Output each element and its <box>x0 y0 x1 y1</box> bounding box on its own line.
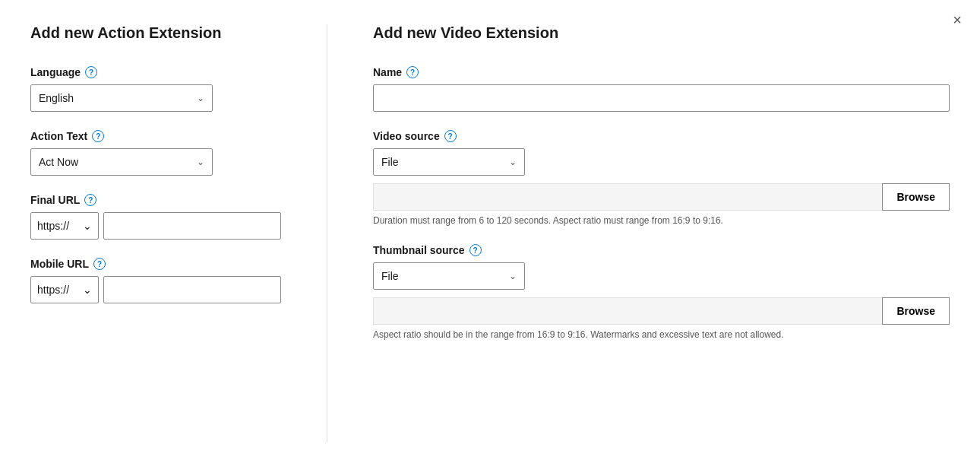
video-source-chevron-icon: ⌄ <box>509 157 517 167</box>
mobile-url-help-icon[interactable]: ? <box>93 258 106 270</box>
action-text-dropdown[interactable]: Act Now ⌄ <box>30 148 213 176</box>
right-panel-title: Add new Video Extension <box>373 24 950 42</box>
name-input[interactable] <box>373 84 950 112</box>
close-button[interactable]: × <box>953 12 962 27</box>
video-source-help-icon[interactable]: ? <box>444 130 457 142</box>
language-value: English <box>39 92 74 104</box>
modal-container: × Add new Action Extension Language ? En… <box>0 0 980 473</box>
video-browse-button[interactable]: Browse <box>882 183 950 211</box>
language-field-group: Language ? English ⌄ <box>30 66 281 112</box>
thumbnail-source-value: File <box>381 270 399 282</box>
left-panel-title: Add new Action Extension <box>30 24 281 42</box>
mobile-url-row: https:// ⌄ <box>30 276 281 303</box>
thumbnail-browse-button[interactable]: Browse <box>882 297 950 325</box>
action-text-chevron-icon: ⌄ <box>197 157 204 167</box>
mobile-url-protocol-value: https:// <box>37 284 69 296</box>
right-panel: Add new Video Extension Name ? Video sou… <box>327 24 950 443</box>
mobile-url-field-group: Mobile URL ? https:// ⌄ <box>30 258 281 303</box>
video-file-area <box>373 183 882 211</box>
final-url-input[interactable] <box>103 212 281 240</box>
action-text-help-icon[interactable]: ? <box>92 130 104 142</box>
final-url-field-group: Final URL ? https:// ⌄ <box>30 194 281 240</box>
final-url-help-icon[interactable]: ? <box>84 194 96 206</box>
mobile-url-label: Mobile URL ? <box>30 258 281 270</box>
thumbnail-file-area <box>373 297 882 325</box>
thumbnail-source-dropdown[interactable]: File ⌄ <box>373 262 525 290</box>
thumbnail-source-help-icon[interactable]: ? <box>469 244 482 256</box>
thumbnail-file-row: Browse <box>373 297 950 325</box>
video-helper-text: Duration must range from 6 to 120 second… <box>373 215 950 226</box>
action-text-label: Action Text ? <box>30 130 281 142</box>
mobile-url-protocol-chevron-icon: ⌄ <box>83 284 92 296</box>
name-help-icon[interactable]: ? <box>406 66 419 78</box>
video-source-value: File <box>381 156 399 168</box>
video-file-row: Browse <box>373 183 950 211</box>
mobile-url-input[interactable] <box>103 276 281 303</box>
video-source-label: Video source ? <box>373 130 950 142</box>
thumbnail-helper-text: Aspect ratio should be in the range from… <box>373 329 950 340</box>
final-url-protocol-value: https:// <box>37 220 69 232</box>
language-dropdown[interactable]: English ⌄ <box>30 84 213 112</box>
thumbnail-source-field-group: Thumbnail source ? File ⌄ Browse Aspect … <box>373 244 950 340</box>
name-label: Name ? <box>373 66 950 78</box>
language-label: Language ? <box>30 66 281 78</box>
final-url-row: https:// ⌄ <box>30 212 281 240</box>
final-url-protocol-dropdown[interactable]: https:// ⌄ <box>30 212 99 240</box>
final-url-protocol-chevron-icon: ⌄ <box>83 220 92 232</box>
name-field-group: Name ? <box>373 66 950 112</box>
video-source-field-group: Video source ? File ⌄ Browse Duration mu… <box>373 130 950 226</box>
thumbnail-source-chevron-icon: ⌄ <box>509 271 517 281</box>
language-chevron-icon: ⌄ <box>197 93 204 103</box>
language-help-icon[interactable]: ? <box>85 66 97 78</box>
action-text-field-group: Action Text ? Act Now ⌄ <box>30 130 281 176</box>
thumbnail-source-label: Thumbnail source ? <box>373 244 950 256</box>
video-source-dropdown[interactable]: File ⌄ <box>373 148 525 176</box>
action-text-value: Act Now <box>39 156 78 168</box>
left-panel: Add new Action Extension Language ? Engl… <box>30 24 327 443</box>
final-url-label: Final URL ? <box>30 194 281 206</box>
mobile-url-protocol-dropdown[interactable]: https:// ⌄ <box>30 276 99 303</box>
